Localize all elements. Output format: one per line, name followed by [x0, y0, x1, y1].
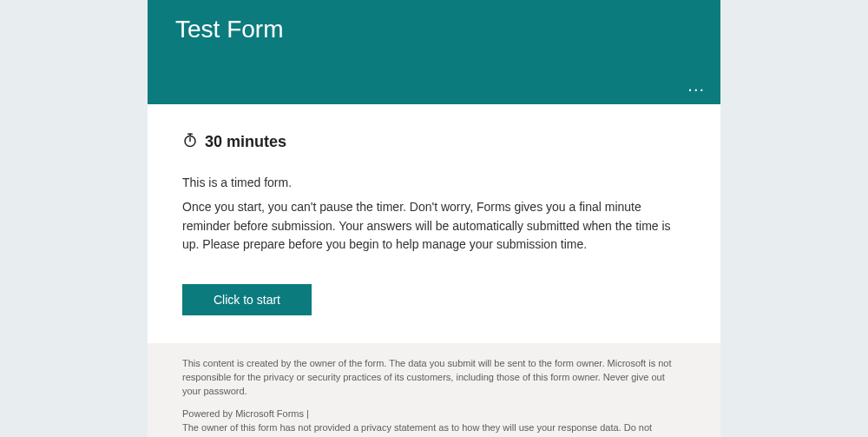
- ellipsis-icon: ...: [687, 76, 705, 95]
- stopwatch-icon: [182, 132, 198, 151]
- body-text: Once you start, you can't pause the time…: [182, 198, 686, 255]
- form-footer: This content is created by the owner of …: [148, 343, 720, 437]
- footer-disclaimer: This content is created by the owner of …: [182, 357, 686, 399]
- separator: |: [306, 408, 309, 419]
- form-header: Test Form ...: [148, 0, 720, 104]
- intro-text: This is a timed form.: [182, 175, 686, 189]
- privacy-note: The owner of this form has not provided …: [182, 422, 652, 437]
- form-body-card: 30 minutes This is a timed form. Once yo…: [148, 104, 720, 343]
- more-options-button[interactable]: ...: [687, 76, 705, 94]
- timer-duration: 30 minutes: [205, 133, 286, 151]
- form-container: Test Form ... 30 minutes This is a timed…: [148, 0, 720, 437]
- start-button[interactable]: Click to start: [182, 284, 312, 315]
- form-title: Test Form: [175, 16, 693, 43]
- powered-by-text: Powered by Microsoft Forms: [182, 408, 304, 419]
- timer-row: 30 minutes: [182, 132, 686, 151]
- footer-details: Powered by Microsoft Forms | The owner o…: [182, 407, 686, 437]
